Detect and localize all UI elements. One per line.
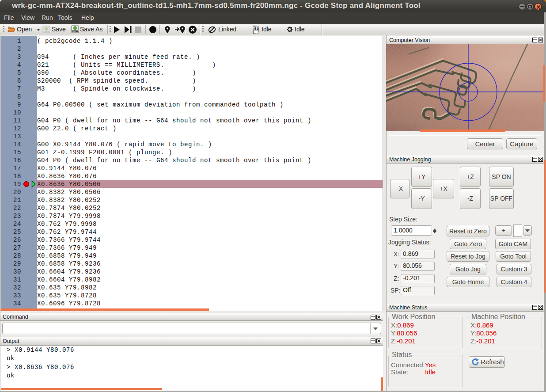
svg-text:G1: G1 [254,27,258,30]
